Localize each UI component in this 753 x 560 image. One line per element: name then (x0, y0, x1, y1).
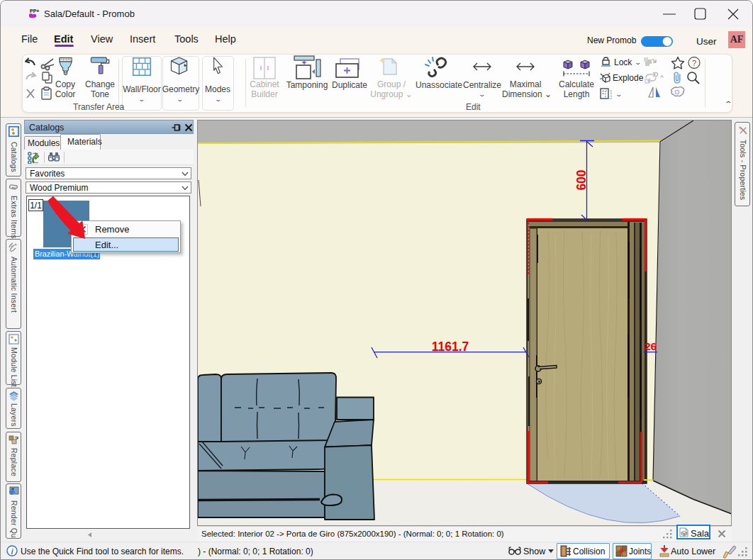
svg-text:26: 26 (645, 340, 657, 352)
svg-text:?: ? (692, 59, 696, 67)
svg-text:1161.7: 1161.7 (432, 340, 469, 354)
svg-text:600: 600 (574, 169, 589, 190)
svg-text:PP+: PP+ (30, 9, 39, 13)
